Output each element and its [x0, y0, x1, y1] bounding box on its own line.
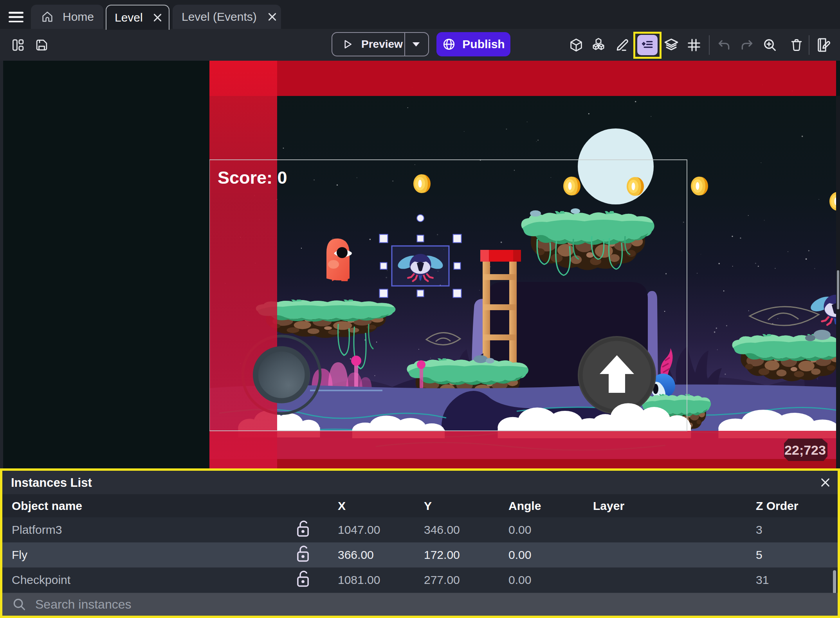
cell-z: 3: [756, 523, 838, 537]
selection-handle[interactable]: [453, 235, 461, 243]
lock-icon[interactable]: [295, 520, 311, 540]
play-icon: [342, 38, 353, 50]
column-object-name: Object name: [2, 499, 292, 513]
trash-icon[interactable]: [789, 38, 804, 52]
toolbar-divider-2: [809, 35, 809, 55]
pencil-edit-icon[interactable]: [615, 37, 630, 53]
cell-x: 1047.00: [338, 523, 424, 537]
home-icon: [41, 10, 54, 23]
svg-text:22;723: 22;723: [784, 443, 826, 457]
cell-z: 31: [756, 573, 838, 587]
tab-bar: Home Level Level (Events): [0, 0, 840, 29]
cell-name: Fly: [2, 548, 292, 562]
column-y: Y: [424, 499, 508, 513]
main-menu-button[interactable]: [9, 12, 23, 22]
search-icon: [12, 597, 27, 612]
objects-cubes-icon[interactable]: [590, 37, 607, 53]
save-icon[interactable]: [34, 38, 49, 52]
tab-home-label: Home: [63, 10, 94, 23]
selection-handle[interactable]: [454, 263, 461, 269]
search-instances-input[interactable]: [35, 597, 740, 612]
toolbar: Preview Publish: [0, 29, 840, 61]
undo-icon[interactable]: [716, 37, 732, 53]
coin: [563, 177, 580, 195]
preview-button[interactable]: Preview: [332, 32, 429, 56]
tab-level-close-icon[interactable]: [152, 13, 162, 23]
table-row-checkpoint[interactable]: Checkpoint 1081.00 277.00 0.00 31: [2, 567, 838, 593]
preview-label: Preview: [361, 38, 403, 51]
tab-home[interactable]: Home: [31, 5, 103, 29]
instances-list-button[interactable]: [637, 35, 658, 55]
table-row-fly[interactable]: Fly 366.00 172.00 0.00 5: [2, 542, 838, 567]
globe-icon: [442, 37, 456, 51]
joystick-knob[interactable]: [253, 346, 310, 403]
box-3d-icon[interactable]: [568, 37, 584, 53]
toolbar-divider: [709, 35, 710, 55]
moon: [578, 128, 654, 204]
publish-label: Publish: [462, 38, 505, 51]
jump-button[interactable]: [578, 336, 656, 414]
instances-table-header: Object name X Y Angle Layer Z Order: [2, 494, 838, 517]
cell-z: 5: [756, 548, 838, 562]
tab-level-events-label: Level (Events): [182, 10, 257, 23]
column-angle: Angle: [508, 499, 593, 513]
selection-handle[interactable]: [417, 290, 424, 297]
gdevelop-window: Home Level Level (Events): [0, 0, 840, 618]
cell-y: 172.00: [424, 548, 508, 562]
coin: [691, 177, 708, 195]
cell-x: 366.00: [338, 548, 424, 562]
cell-name: Platform3: [2, 523, 292, 537]
score-label: Score: 0: [218, 168, 287, 188]
selection-handle[interactable]: [453, 289, 461, 298]
cell-angle: 0.00: [508, 548, 593, 562]
instances-panel-title: Instances List: [11, 476, 92, 490]
lock-icon[interactable]: [295, 570, 311, 591]
coords-badge: 22;723: [784, 439, 827, 461]
caret-down-icon[interactable]: [409, 38, 423, 51]
column-z-order: Z Order: [756, 499, 838, 513]
cell-x: 1081.00: [338, 573, 424, 587]
cell-name: Checkpoint: [2, 573, 292, 587]
instances-list-icon: [640, 38, 655, 52]
panel-scrollbar[interactable]: [833, 570, 836, 594]
selection-handle[interactable]: [380, 235, 388, 243]
tab-level-label: Level: [115, 11, 143, 24]
instances-panel-close-icon[interactable]: [820, 477, 831, 488]
zoom-in-icon[interactable]: [762, 37, 778, 53]
edit-properties-icon[interactable]: [815, 37, 831, 53]
column-layer: Layer: [593, 499, 756, 513]
cell-y: 277.00: [424, 573, 508, 587]
selection-handle[interactable]: [380, 263, 387, 269]
tab-level[interactable]: Level: [106, 5, 169, 30]
cell-y: 346.00: [424, 523, 508, 537]
instances-panel-titlebar: Instances List: [2, 471, 838, 494]
coin: [413, 174, 431, 193]
tab-level-events[interactable]: Level (Events): [173, 5, 281, 29]
search-bar: [2, 593, 838, 616]
publish-button[interactable]: Publish: [436, 32, 510, 56]
instances-list-highlight: [633, 32, 662, 59]
cell-angle: 0.00: [508, 523, 593, 537]
table-row-platform3[interactable]: Platform3 1047.00 346.00 0.00 3: [2, 517, 838, 542]
tab-level-events-close-icon[interactable]: [267, 12, 277, 22]
scene-editor-canvas[interactable]: Score: 0: [0, 61, 840, 468]
layers-icon[interactable]: [663, 37, 680, 53]
redo-icon[interactable]: [739, 37, 755, 53]
layout-panels-icon[interactable]: [11, 38, 25, 52]
rotate-handle[interactable]: [417, 215, 424, 222]
column-x: X: [338, 499, 424, 513]
lock-icon[interactable]: [295, 545, 311, 566]
grid-icon[interactable]: [686, 37, 702, 53]
preview-split-divider: [404, 33, 405, 56]
coin: [627, 177, 644, 196]
selection-handle[interactable]: [380, 289, 388, 298]
cell-angle: 0.00: [508, 573, 593, 587]
selection-handle[interactable]: [417, 235, 424, 242]
instances-list-panel: Instances List Object name X Y Angle Lay…: [0, 468, 840, 618]
canvas-scrollbar[interactable]: [837, 270, 839, 309]
